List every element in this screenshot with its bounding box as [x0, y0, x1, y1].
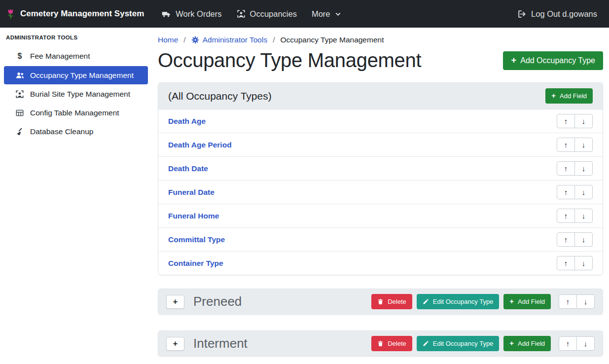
top-navbar: Cemetery Management System Work Orders O…: [0, 0, 609, 28]
add-occupancy-type-button[interactable]: + Add Occupancy Type: [503, 51, 603, 70]
move-down-button[interactable]: ↓: [574, 161, 593, 176]
add-field-label: Add Field: [560, 92, 587, 100]
plus-icon: +: [511, 56, 516, 65]
field-link[interactable]: Death Date: [168, 164, 208, 173]
arrow-up-icon: ↑: [564, 212, 568, 220]
breadcrumb-separator: /: [273, 36, 275, 44]
section-actions: Delete Edit Occupancy Type + Add Field: [371, 336, 595, 351]
person-bounding-box-icon: [237, 9, 246, 18]
occupancy-type-section-interment: + Interment Delete: [158, 330, 603, 357]
plus-icon: +: [173, 297, 178, 306]
expand-button[interactable]: +: [166, 337, 184, 351]
card-header: (All Occupancy Types) + Add Field: [158, 83, 603, 109]
move-down-button[interactable]: ↓: [574, 185, 593, 199]
move-down-button[interactable]: ↓: [574, 209, 593, 223]
field-link[interactable]: Death Age: [168, 117, 206, 126]
person-bounding-box-icon: [15, 90, 25, 99]
add-field-button[interactable]: + Add Field: [503, 336, 551, 351]
delete-label: Delete: [388, 340, 406, 347]
breadcrumb-home-link[interactable]: Home: [158, 36, 178, 44]
main-content: Home / Administrator Tools: [152, 28, 609, 364]
add-field-button[interactable]: + Add Field: [503, 294, 551, 309]
sidebar-item-fee-management[interactable]: $ Fee Management: [4, 47, 148, 65]
sidebar-item-occupancy-type-management[interactable]: Occupancy Type Management: [4, 66, 148, 84]
arrow-up-icon: ↑: [564, 235, 568, 244]
move-up-button[interactable]: ↑: [557, 209, 575, 223]
users-icon: [15, 71, 25, 80]
move-up-button[interactable]: ↑: [557, 256, 575, 270]
gear-icon: [191, 36, 199, 44]
field-link[interactable]: Committal Type: [168, 235, 225, 244]
move-down-button[interactable]: ↓: [574, 232, 593, 247]
arrow-up-icon: ↑: [566, 297, 570, 306]
field-row: Container Type ↑ ↓: [158, 251, 603, 275]
title-row: Occupancy Type Management + Add Occupanc…: [158, 49, 603, 72]
field-link[interactable]: Funeral Date: [168, 188, 215, 197]
field-link[interactable]: Container Type: [168, 259, 223, 268]
sidebar-item-label: Burial Site Type Management: [30, 90, 130, 99]
plus-icon: +: [551, 92, 556, 100]
nav-more-label: More: [312, 9, 330, 19]
reorder-buttons: ↑ ↓: [557, 256, 593, 270]
navbar-menu: Work Orders Occupancies More: [162, 9, 341, 19]
move-up-button[interactable]: ↑: [557, 185, 575, 199]
sidebar-item-label: Database Cleanup: [30, 127, 93, 136]
reorder-buttons: ↑ ↓: [559, 336, 595, 351]
field-link[interactable]: Death Age Period: [168, 141, 232, 149]
sidebar-item-config-table-management[interactable]: Config Table Management: [4, 104, 148, 122]
expand-button[interactable]: +: [166, 295, 184, 309]
move-down-button[interactable]: ↓: [574, 256, 593, 270]
page-title: Occupancy Type Management: [158, 49, 421, 72]
nav-more[interactable]: More: [312, 9, 341, 19]
truck-icon: [162, 9, 171, 19]
trash-icon: [377, 298, 384, 305]
reorder-buttons: ↑ ↓: [557, 138, 593, 152]
arrow-up-icon: ↑: [566, 339, 570, 348]
delete-button[interactable]: Delete: [371, 336, 412, 351]
move-up-button[interactable]: ↑: [557, 232, 575, 247]
move-up-button[interactable]: ↑: [557, 114, 575, 128]
field-row: Death Age ↑ ↓: [158, 109, 603, 133]
move-down-button[interactable]: ↓: [574, 114, 593, 128]
app-brand[interactable]: Cemetery Management System: [6, 7, 144, 20]
card-title: (All Occupancy Types): [168, 90, 272, 102]
arrow-up-icon: ↑: [564, 141, 568, 149]
arrow-up-icon: ↑: [564, 188, 568, 196]
move-down-button[interactable]: ↓: [574, 138, 593, 152]
sidebar-item-burial-site-type-management[interactable]: Burial Site Type Management: [4, 85, 148, 103]
nav-work-orders[interactable]: Work Orders: [162, 9, 221, 19]
nav-work-orders-label: Work Orders: [176, 9, 221, 19]
sidebar-header: ADMINISTRATOR TOOLS: [0, 35, 152, 46]
logout-label: Log Out d.gowans: [531, 9, 597, 19]
reorder-buttons: ↑ ↓: [557, 209, 593, 223]
arrow-down-icon: ↓: [584, 297, 588, 306]
move-down-button[interactable]: ↓: [576, 336, 595, 351]
move-up-button[interactable]: ↑: [559, 294, 577, 309]
logout-button[interactable]: Log Out d.gowans: [517, 9, 597, 19]
move-up-button[interactable]: ↑: [557, 138, 575, 152]
breadcrumb-admin-tools-link[interactable]: Administrator Tools: [191, 36, 268, 44]
app-title: Cemetery Management System: [20, 9, 144, 19]
reorder-buttons: ↑ ↓: [557, 114, 593, 128]
field-link[interactable]: Funeral Home: [168, 212, 219, 220]
add-field-button[interactable]: + Add Field: [545, 88, 593, 104]
arrow-up-icon: ↑: [564, 164, 568, 173]
move-down-button[interactable]: ↓: [576, 294, 595, 309]
edit-occupancy-type-button[interactable]: Edit Occupancy Type: [417, 336, 500, 351]
move-up-button[interactable]: ↑: [559, 336, 577, 351]
nav-occupancies[interactable]: Occupancies: [237, 9, 297, 19]
edit-occupancy-type-button[interactable]: Edit Occupancy Type: [417, 294, 500, 309]
dollar-icon: $: [15, 52, 25, 61]
arrow-down-icon: ↓: [582, 259, 586, 267]
reorder-buttons: ↑ ↓: [557, 185, 593, 199]
arrow-down-icon: ↓: [582, 141, 586, 149]
table-icon: [15, 109, 25, 117]
move-up-button[interactable]: ↑: [557, 161, 575, 176]
section-actions: Delete Edit Occupancy Type + Add Field: [371, 294, 595, 309]
plus-icon: +: [509, 340, 514, 347]
arrow-down-icon: ↓: [582, 117, 586, 125]
field-row: Death Date ↑ ↓: [158, 156, 603, 180]
sidebar-item-database-cleanup[interactable]: Database Cleanup: [4, 123, 148, 141]
delete-button[interactable]: Delete: [371, 294, 412, 309]
arrow-up-icon: ↑: [564, 259, 568, 267]
